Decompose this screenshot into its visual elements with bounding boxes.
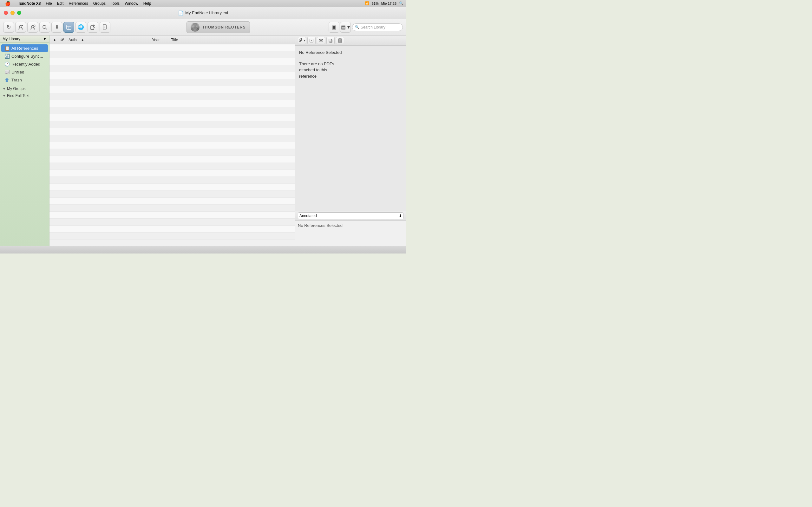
all-references-icon: 📋 xyxy=(4,46,9,51)
main-layout: My Library ▼ 📋 All References 🔄 Configur… xyxy=(0,36,406,246)
table-row[interactable] xyxy=(49,170,295,177)
table-row[interactable] xyxy=(49,233,295,239)
battery-status: 51% xyxy=(372,2,379,5)
table-row[interactable] xyxy=(49,198,295,205)
col-author-header[interactable]: Author ▲ xyxy=(67,38,151,42)
file-icon: 📄 xyxy=(178,10,183,15)
table-row[interactable] xyxy=(49,142,295,149)
table-row[interactable] xyxy=(49,205,295,212)
table-row[interactable] xyxy=(49,65,295,72)
find-button[interactable] xyxy=(39,22,50,33)
trash-icon: 🗑 xyxy=(4,77,9,82)
table-row[interactable] xyxy=(49,114,295,121)
sync-button[interactable]: ↻ xyxy=(3,22,14,33)
table-row[interactable] xyxy=(49,51,295,58)
pdf-panel: No Reference Selected There are no PDFs … xyxy=(295,46,406,211)
find-reference-button[interactable] xyxy=(27,22,38,33)
rp-email-button[interactable] xyxy=(317,37,325,44)
sidebar-item-all-references[interactable]: 📋 All References xyxy=(1,44,48,52)
menu-tools[interactable]: Tools xyxy=(108,0,122,7)
ref-list xyxy=(49,44,295,246)
table-row[interactable] xyxy=(49,58,295,65)
no-references-selected-text: No References Selected xyxy=(298,223,343,228)
right-panel: ▾ xyxy=(295,36,406,246)
spotlight-icon[interactable]: 🔍 xyxy=(399,1,403,5)
window-title: 📄 My EndNote Library.enl xyxy=(178,10,228,15)
col-title-header[interactable]: Title xyxy=(170,38,294,42)
svg-point-6 xyxy=(43,25,46,29)
table-row[interactable] xyxy=(49,163,295,170)
search-placeholder: Search Library xyxy=(361,25,386,30)
menu-window[interactable]: Window xyxy=(122,0,141,7)
search-bar[interactable]: 🔍 Search Library xyxy=(352,23,403,31)
content-area: ● Author ▲ Year Title xyxy=(49,36,295,246)
maximize-button[interactable] xyxy=(17,11,21,15)
titlebar: 📄 My EndNote Library.enl xyxy=(0,7,406,19)
import-button[interactable]: ⬇ xyxy=(51,22,62,33)
close-button[interactable] xyxy=(4,11,8,15)
find-full-text-header[interactable]: ▼ Find Full Text xyxy=(0,92,49,99)
author-sort-icon: ▲ xyxy=(81,38,84,42)
sidebar-item-unfiled[interactable]: 📰 Unfiled xyxy=(1,68,48,76)
table-row[interactable] xyxy=(49,212,295,219)
new-reference-button[interactable] xyxy=(15,22,26,33)
table-row[interactable] xyxy=(49,219,295,226)
menu-file[interactable]: File xyxy=(43,0,54,7)
annotation-selector[interactable]: Annotated ⬍ xyxy=(298,212,403,219)
menu-edit[interactable]: Edit xyxy=(55,0,66,7)
table-row[interactable] xyxy=(49,177,295,184)
recently-added-icon: 🕐 xyxy=(4,61,9,66)
menu-endnote[interactable]: EndNote X8 xyxy=(17,0,43,7)
online-search-button[interactable]: 🌐 xyxy=(75,22,86,33)
brand-name: THOMSON REUTERS xyxy=(202,25,246,30)
statusbar xyxy=(0,246,406,253)
share-button[interactable] xyxy=(88,22,98,33)
table-row[interactable] xyxy=(49,100,295,107)
menu-help[interactable]: Help xyxy=(141,0,154,7)
title-label: Title xyxy=(171,38,178,42)
my-groups-triangle: ▼ xyxy=(3,87,6,91)
table-row[interactable] xyxy=(49,44,295,51)
table-row[interactable] xyxy=(49,72,295,79)
sidebar-item-recently-added[interactable]: 🕐 Recently Added xyxy=(1,60,48,68)
sidebar-item-configure-sync[interactable]: 🔄 Configure Sync... xyxy=(1,52,48,60)
col-year-header[interactable]: Year xyxy=(151,38,170,42)
sidebar-item-trash[interactable]: 🗑 Trash xyxy=(1,76,48,83)
table-row[interactable] xyxy=(49,226,295,233)
table-row[interactable] xyxy=(49,93,295,100)
table-row[interactable] xyxy=(49,149,295,156)
right-panel-toolbar: ▾ xyxy=(295,36,406,46)
my-groups-header[interactable]: ▼ My Groups xyxy=(0,85,49,92)
table-row[interactable] xyxy=(49,79,295,86)
rp-new-tab-button[interactable] xyxy=(307,37,316,44)
table-row[interactable] xyxy=(49,184,295,191)
pdf-manager-button[interactable] xyxy=(100,22,110,33)
rp-attach-button[interactable]: ▾ xyxy=(298,37,306,44)
table-row[interactable] xyxy=(49,135,295,142)
no-pdf-text: There are no PDFs attached to this refer… xyxy=(299,61,342,79)
year-label: Year xyxy=(152,38,159,42)
apple-menu[interactable]: 🍎 xyxy=(3,0,13,7)
library-selector[interactable]: My Library ▼ xyxy=(0,36,49,43)
table-row[interactable] xyxy=(49,86,295,93)
groups-button[interactable] xyxy=(63,22,74,33)
search-icon: 🔍 xyxy=(355,25,359,29)
table-row[interactable] xyxy=(49,191,295,198)
table-row[interactable] xyxy=(49,121,295,128)
minimize-button[interactable] xyxy=(10,11,14,15)
rp-paste-button[interactable] xyxy=(336,37,344,44)
annotation-label: Annotated xyxy=(299,214,317,218)
rp-copy-button[interactable] xyxy=(326,37,335,44)
view-dropdown-button[interactable]: ▤ ▾ xyxy=(340,22,351,33)
view-split-button[interactable]: ▣ xyxy=(328,22,339,33)
menu-groups[interactable]: Groups xyxy=(91,0,108,7)
table-row[interactable] xyxy=(49,128,295,135)
configure-sync-label: Configure Sync... xyxy=(11,54,43,59)
sidebar: My Library ▼ 📋 All References 🔄 Configur… xyxy=(0,36,49,246)
no-ref-text: No Reference Selected xyxy=(299,49,342,56)
col-dot-header: ● xyxy=(51,38,58,42)
table-row[interactable] xyxy=(49,156,295,163)
table-row[interactable] xyxy=(49,107,295,114)
menu-references[interactable]: References xyxy=(66,0,90,7)
svg-rect-8 xyxy=(67,25,71,30)
